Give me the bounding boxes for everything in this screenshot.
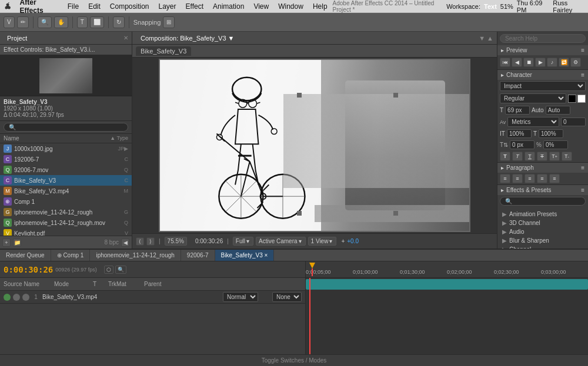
font-family-select[interactable]: Impact	[500, 81, 586, 91]
tracking-value-input[interactable]	[561, 117, 586, 126]
corner-handle-tr[interactable]	[393, 93, 398, 98]
leading-input[interactable]	[546, 106, 570, 115]
zoom-display[interactable]: 75.5%	[165, 237, 187, 246]
stroke-color-swatch[interactable]	[577, 95, 586, 103]
layer-row-1[interactable]: 1 Bike_Safety_V3.mp4 Normal None	[0, 291, 305, 304]
vertical-scale-input[interactable]	[507, 129, 532, 138]
project-panel-close[interactable]: ✕	[123, 35, 128, 41]
effects-item[interactable]: ▶ Audio	[500, 227, 586, 236]
effects-header[interactable]: ▸ Effects & Presets ≡	[497, 185, 588, 195]
italic-btn[interactable]: T	[512, 152, 523, 161]
effects-item[interactable]: ▶ Blur & Sharpen	[500, 236, 586, 245]
superscript-btn[interactable]: T+	[549, 152, 560, 161]
search-help-input[interactable]	[500, 34, 586, 43]
tracking-select[interactable]: Metrics	[507, 117, 559, 127]
preview-play[interactable]: ▶	[535, 58, 546, 67]
tsume-input[interactable]	[543, 140, 568, 149]
rotate-tool-btn[interactable]: ↻	[113, 16, 125, 28]
menu-layer[interactable]: Layer	[155, 1, 181, 12]
effects-menu-icon[interactable]: ≡	[581, 187, 584, 193]
list-item[interactable]: G iphonemovie_11-24-12_rough G	[0, 207, 132, 217]
menu-animation[interactable]: Animation	[209, 1, 248, 12]
menu-edit[interactable]: Edit	[84, 1, 105, 12]
zoom-tool-btn[interactable]: 🔍	[38, 16, 52, 28]
pen-tool-btn[interactable]: ✏	[17, 16, 29, 28]
preview-audio[interactable]: ♪	[547, 58, 557, 67]
tab-bike-safety[interactable]: Bike_Safety_V3 ×	[215, 250, 275, 261]
corner-handle-br[interactable]	[393, 211, 398, 216]
list-item[interactable]: ⊕ Comp 1	[0, 196, 132, 207]
horizontal-scale-input[interactable]	[539, 129, 563, 138]
align-right-btn[interactable]: ≡	[524, 174, 535, 183]
track-bar-1[interactable]	[306, 279, 588, 290]
comp-header-label[interactable]: Composition: Bike_Safety_V3 ▼	[141, 35, 234, 42]
layer-solo-switch[interactable]	[13, 294, 20, 301]
project-tab[interactable]: Project	[4, 33, 31, 43]
fill-color-swatch[interactable]	[568, 95, 576, 103]
menu-window[interactable]: Window	[274, 1, 308, 12]
preview-settings[interactable]: ⚙	[570, 58, 581, 67]
bottom-arrow-btn[interactable]: ◀	[121, 239, 129, 247]
select-tool-btn[interactable]: V	[4, 16, 15, 28]
effects-item[interactable]: ▶ Channel	[500, 245, 586, 249]
quality-dropdown[interactable]: Full ▾	[233, 237, 253, 246]
list-item[interactable]: J 1000x1000.jpg JP▶	[0, 143, 132, 154]
preview-prev-frame[interactable]: ◀	[512, 58, 522, 67]
tab-iphone[interactable]: iphonemovie_11-24-12_rough	[90, 250, 181, 261]
preview-header[interactable]: ▸ Preview ≡	[497, 45, 588, 55]
tab-render-queue[interactable]: Render Queue	[0, 250, 51, 261]
hand-tool-btn[interactable]: ✋	[54, 16, 68, 28]
baseline-input[interactable]	[510, 140, 534, 149]
tab-comp1[interactable]: ⊕ Comp 1	[51, 250, 91, 261]
preview-menu-icon[interactable]: ≡	[581, 47, 584, 53]
menu-composition[interactable]: Composition	[106, 1, 153, 12]
subscript-btn[interactable]: T-	[562, 152, 572, 161]
align-left-btn[interactable]: ≡	[500, 174, 510, 183]
project-search-input[interactable]	[4, 123, 128, 132]
align-justify-last-btn[interactable]: ≡	[549, 174, 560, 183]
text-tool-btn[interactable]: T	[77, 16, 88, 28]
next-frame-btn[interactable]: ⟩	[146, 237, 155, 246]
menu-view[interactable]: View	[249, 1, 273, 12]
font-style-select[interactable]: Regular	[500, 93, 566, 103]
layer-mode-select[interactable]: Normal	[223, 292, 258, 302]
corner-handle-tl[interactable]	[297, 93, 302, 98]
preview-loop[interactable]: 🔁	[559, 58, 569, 67]
font-size-input[interactable]	[505, 106, 530, 115]
prev-frame-btn[interactable]: ⟨	[136, 237, 144, 246]
preview-stop[interactable]: ⏹	[523, 58, 534, 67]
menu-file[interactable]: File	[64, 1, 83, 12]
char-menu-icon[interactable]: ≡	[581, 72, 584, 78]
app-name[interactable]: After Effects	[16, 0, 62, 16]
layer-lock-switch[interactable]	[22, 294, 29, 301]
underline-btn[interactable]: T	[524, 152, 535, 161]
tl-tool-btn[interactable]: ⬡	[104, 266, 113, 274]
bold-btn[interactable]: T	[500, 152, 510, 161]
list-item[interactable]: C Bike_Safety_V3 C	[0, 175, 132, 186]
para-menu-icon[interactable]: ≡	[581, 164, 584, 171]
apple-icon[interactable]	[4, 2, 12, 11]
strikethrough-btn[interactable]: T	[537, 152, 547, 161]
list-item[interactable]: Q iphonemovie_11-24-12_rough.mov Q	[0, 217, 132, 228]
effects-item[interactable]: ▶ Animation Presets	[500, 210, 586, 219]
layer-eye-switch[interactable]	[4, 294, 11, 301]
menu-help[interactable]: Help	[309, 1, 332, 12]
playhead-marker[interactable]	[309, 261, 315, 276]
timeline-timecode[interactable]: 0:00:30:26	[4, 265, 53, 274]
list-item[interactable]: Q 92006-7.mov Q	[0, 164, 132, 175]
preview-skip-start[interactable]: ⏮	[500, 58, 510, 67]
layer-trkmat-select[interactable]: None	[272, 292, 302, 302]
effects-item[interactable]: ▶ 3D Channel	[500, 219, 586, 227]
align-center-btn[interactable]: ≡	[512, 174, 523, 183]
view-dropdown[interactable]: 1 View ▾	[308, 237, 337, 246]
shape-tool-btn[interactable]: ⬜	[90, 16, 104, 28]
tl-search-btn[interactable]: 🔍	[115, 266, 126, 274]
effects-search-input[interactable]	[500, 197, 586, 206]
folder-btn[interactable]: 📁	[13, 239, 21, 247]
menu-effect[interactable]: Effect	[182, 1, 208, 12]
corner-handle-bl[interactable]	[297, 211, 302, 216]
toggle-switches-label[interactable]: Toggle Switches / Modes	[262, 357, 327, 364]
import-btn[interactable]: +	[2, 239, 11, 247]
list-item[interactable]: V Keylight.pdf V	[0, 228, 132, 236]
snapping-toggle-btn[interactable]: ⊞	[163, 16, 175, 28]
